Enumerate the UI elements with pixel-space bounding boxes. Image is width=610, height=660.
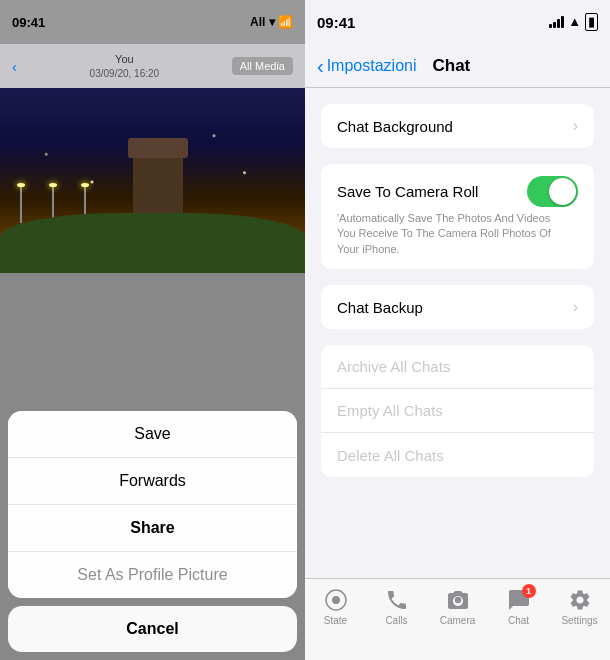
tab-chat[interactable]: 1 Chat <box>488 587 549 626</box>
night-photo <box>0 88 305 273</box>
tab-calls-label: Calls <box>385 615 407 626</box>
svg-point-1 <box>332 596 340 604</box>
chat-background-row[interactable]: Chat Background › <box>321 104 594 148</box>
contact-date: 03/09/20, 16:20 <box>90 67 160 80</box>
empty-all-label: Empty All Chats <box>337 402 443 419</box>
chat-backup-section: Chat Backup › <box>321 285 594 329</box>
action-sheet-group: Save Forwards Share Set As Profile Pictu… <box>8 411 297 598</box>
left-back-button[interactable]: ‹ <box>12 58 17 75</box>
action-share[interactable]: Share <box>8 505 297 552</box>
settings-icon <box>567 587 593 613</box>
all-media-button[interactable]: All Media <box>232 57 293 75</box>
contact-name: You <box>90 52 160 66</box>
trees-shape <box>0 213 305 273</box>
calls-icon <box>384 587 410 613</box>
action-forwards[interactable]: Forwards <box>8 458 297 505</box>
signal-bars-icon <box>549 16 564 28</box>
chat-background-section: Chat Background › <box>321 104 594 148</box>
empty-all-row[interactable]: Empty All Chats <box>321 389 594 433</box>
chevron-right-icon: › <box>573 298 578 316</box>
settings-content: Chat Background › Save To Camera Roll 'A… <box>305 88 610 578</box>
action-cancel[interactable]: Cancel <box>8 606 297 652</box>
chevron-right-icon: › <box>573 117 578 135</box>
back-label: Impostazioni <box>327 57 417 75</box>
tab-settings-label: Settings <box>561 615 597 626</box>
tab-state-label: State <box>324 615 347 626</box>
back-to-settings-button[interactable]: ‹ Impostazioni <box>317 56 417 76</box>
tab-state[interactable]: State <box>305 587 366 626</box>
chevron-left-icon: ‹ <box>317 56 324 76</box>
contact-info: You 03/09/20, 16:20 <box>90 52 160 79</box>
battery-icon: ▮ <box>585 13 598 32</box>
left-time: 09:41 <box>12 15 45 30</box>
tab-camera-label: Camera <box>440 615 476 626</box>
page-title: Chat <box>433 56 471 76</box>
left-signal: All ▾ 📶 <box>250 15 293 29</box>
left-panel: 09:41 All ▾ 📶 ‹ You 03/09/20, 16:20 All … <box>0 0 305 660</box>
tab-settings[interactable]: Settings <box>549 587 610 626</box>
right-status-bar: 09:41 ▲ ▮ <box>305 0 610 44</box>
light-pole-1 <box>20 183 22 223</box>
delete-all-row[interactable]: Delete All Chats <box>321 433 594 477</box>
archive-all-row[interactable]: Archive All Chats <box>321 345 594 389</box>
chat-icon: 1 <box>506 587 532 613</box>
right-panel: 09:41 ▲ ▮ ‹ Impostazioni Chat Chat Backg… <box>305 0 610 660</box>
tab-camera[interactable]: Camera <box>427 587 488 626</box>
camera-roll-row: Save To Camera Roll 'Automatically Save … <box>321 164 594 269</box>
chat-backup-label: Chat Backup <box>337 299 423 316</box>
toggle-knob <box>549 178 576 205</box>
action-set-profile[interactable]: Set As Profile Picture <box>8 552 297 598</box>
right-time: 09:41 <box>317 14 355 31</box>
camera-roll-section: Save To Camera Roll 'Automatically Save … <box>321 164 594 269</box>
chat-background-label: Chat Background <box>337 118 453 135</box>
tab-chat-label: Chat <box>508 615 529 626</box>
state-icon <box>323 587 349 613</box>
right-nav-bar: ‹ Impostazioni Chat <box>305 44 610 88</box>
tab-bar: State Calls Camera <box>305 578 610 660</box>
manage-chats-section: Archive All Chats Empty All Chats Delete… <box>321 345 594 477</box>
left-status-bar: 09:41 All ▾ 📶 <box>0 0 305 44</box>
wifi-icon: ▲ <box>568 14 581 29</box>
camera-roll-toggle[interactable] <box>527 176 578 207</box>
camera-roll-label: Save To Camera Roll <box>337 183 478 200</box>
archive-all-label: Archive All Chats <box>337 358 450 375</box>
chat-backup-row[interactable]: Chat Backup › <box>321 285 594 329</box>
tab-calls[interactable]: Calls <box>366 587 427 626</box>
camera-roll-sublabel: 'Automatically Save The Photos And Video… <box>337 211 557 257</box>
delete-all-label: Delete All Chats <box>337 447 444 464</box>
action-sheet: Save Forwards Share Set As Profile Pictu… <box>0 411 305 660</box>
action-save[interactable]: Save <box>8 411 297 458</box>
camera-icon <box>445 587 471 613</box>
status-icons: ▲ ▮ <box>549 13 598 32</box>
chat-badge: 1 <box>522 584 536 598</box>
left-header: ‹ You 03/09/20, 16:20 All Media <box>0 44 305 88</box>
chevron-left-icon: ‹ <box>12 58 17 75</box>
